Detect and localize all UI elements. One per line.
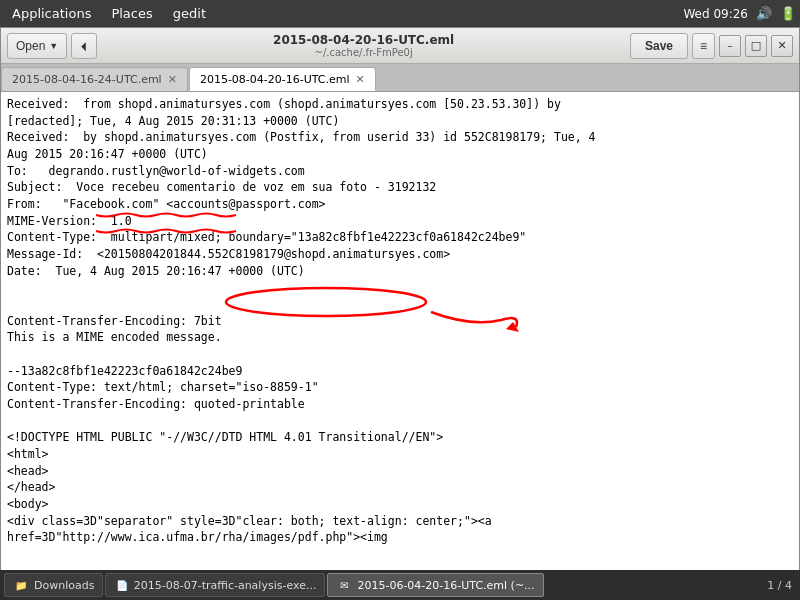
recent-files-button[interactable]: ⏴ xyxy=(71,33,97,59)
folder-icon: 📁 xyxy=(13,577,29,593)
open-dropdown-icon: ▼ xyxy=(49,41,58,51)
titlebar: Open ▼ ⏴ 2015-08-04-20-16-UTC.eml ~/.cac… xyxy=(1,28,799,64)
tab-0[interactable]: 2015-08-04-16-24-UTC.eml ✕ xyxy=(1,67,188,91)
tab-close-1[interactable]: ✕ xyxy=(356,74,365,85)
window-subtitle: ~/.cache/.fr-FmPe0j xyxy=(97,47,630,58)
minimize-button[interactable]: – xyxy=(719,35,741,57)
tab-bar: 2015-08-04-16-24-UTC.eml ✕ 2015-08-04-20… xyxy=(1,64,799,92)
menu-button[interactable]: ≡ xyxy=(692,33,715,59)
taskbar-eml-file[interactable]: ✉ 2015-06-04-20-16-UTC.eml (~... xyxy=(327,573,543,597)
taskbar-eml-label: 2015-06-04-20-16-UTC.eml (~... xyxy=(357,579,534,592)
tab-label-0: 2015-08-04-16-24-UTC.eml xyxy=(12,73,162,86)
document-icon: 📄 xyxy=(114,577,128,593)
open-button[interactable]: Open ▼ xyxy=(7,33,67,59)
recent-icon: ⏴ xyxy=(78,39,90,53)
menu-places[interactable]: Places xyxy=(103,4,160,23)
taskbar-traffic-analysis[interactable]: 📄 2015-08-07-traffic-analysis-exe... xyxy=(105,573,325,597)
email-icon: ✉ xyxy=(336,577,352,593)
tab-label-1: 2015-08-04-20-16-UTC.eml xyxy=(200,73,350,86)
tab-1[interactable]: 2015-08-04-20-16-UTC.eml ✕ xyxy=(189,67,376,91)
menu-gedit[interactable]: gedit xyxy=(165,4,214,23)
window-title: 2015-08-04-20-16-UTC.eml xyxy=(97,33,630,47)
email-text: Received: from shopd.animatursyes.com (s… xyxy=(1,92,799,575)
volume-icon: 🔊 xyxy=(756,6,772,21)
battery-icon: 🔋 xyxy=(780,6,796,21)
page-count: 1 / 4 xyxy=(767,579,796,592)
close-button[interactable]: ✕ xyxy=(771,35,793,57)
menu-applications[interactable]: Applications xyxy=(4,4,99,23)
gedit-window: Open ▼ ⏴ 2015-08-04-20-16-UTC.eml ~/.cac… xyxy=(0,27,800,600)
save-button[interactable]: Save xyxy=(630,33,688,59)
tab-close-0[interactable]: ✕ xyxy=(168,74,177,85)
taskbar: 📁 Downloads 📄 2015-08-07-traffic-analysi… xyxy=(0,570,800,600)
taskbar-downloads[interactable]: 📁 Downloads xyxy=(4,573,103,597)
menu-bar: Applications Places gedit Wed 09:26 🔊 🔋 xyxy=(0,0,800,27)
taskbar-traffic-label: 2015-08-07-traffic-analysis-exe... xyxy=(134,579,317,592)
taskbar-downloads-label: Downloads xyxy=(34,579,94,592)
clock: Wed 09:26 xyxy=(683,7,748,21)
maximize-button[interactable]: □ xyxy=(745,35,767,57)
editor-content[interactable]: Received: from shopd.animatursyes.com (s… xyxy=(1,92,799,575)
